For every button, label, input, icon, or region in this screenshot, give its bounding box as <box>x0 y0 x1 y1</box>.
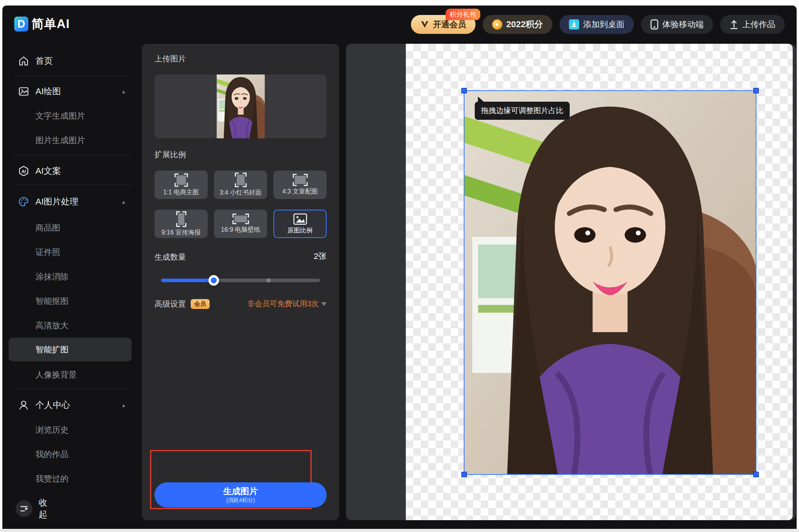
sidebar-item-smart-expand-active[interactable]: 智能扩图 <box>9 338 132 361</box>
count-label: 生成数量 <box>154 252 186 262</box>
download-icon <box>569 19 579 30</box>
ratio-3-4-button[interactable]: 3:4 小红书封面 <box>214 171 267 199</box>
trial-dropdown[interactable]: 非会员可免费试用3次 <box>247 299 327 309</box>
picture-icon <box>18 86 29 97</box>
divider <box>14 154 132 155</box>
topbar: D 简单AI 开通会员 积分礼包 ★ 2022积分 <box>2 6 797 43</box>
chevron-up-icon: ▲ <box>121 402 126 408</box>
screen-bottom-edge <box>0 529 799 532</box>
points-balance-button[interactable]: ★ 2022积分 <box>483 15 552 34</box>
canvas-panel: 拖拽边缘可调整图片占比 <box>346 44 796 520</box>
frame-16-9-icon <box>232 214 249 224</box>
sidebar-item-hd-upscale[interactable]: 高清放大 <box>35 320 69 331</box>
ratio-4-3-button[interactable]: 4:3 文章配图 <box>273 171 327 199</box>
sidebar-item-portrait-background[interactable]: 人像换背景 <box>35 369 77 380</box>
svg-text:AI: AI <box>22 169 26 174</box>
generate-image-button[interactable]: 生成图片 (消耗4积分) <box>154 482 327 508</box>
sidebar-item-browse-history[interactable]: 浏览历史 <box>35 424 69 435</box>
ratio-1-1-button[interactable]: 1:1 电商主图 <box>154 171 208 199</box>
image-selection[interactable]: 拖拽边缘可调整图片占比 <box>464 90 756 475</box>
uploaded-image-preview[interactable] <box>154 74 327 138</box>
topbar-actions: 开通会员 积分礼包 ★ 2022积分 添加到桌面 体验移动端 <box>411 15 785 34</box>
member-badge: 会员 <box>191 299 210 309</box>
slider-thumb[interactable] <box>208 275 219 286</box>
collapse-icon <box>16 500 32 517</box>
sidebar-item-my-likes[interactable]: 我赞过的 <box>35 473 69 484</box>
upload-work-button[interactable]: 上传作品 <box>720 15 785 34</box>
expand-ratio-options: 1:1 电商主图 3:4 小红书封面 4:3 文章配图 9:16 宣传海报 <box>154 171 327 238</box>
chevron-up-icon: ▲ <box>121 199 126 205</box>
ratio-9-16-button[interactable]: 9:16 宣传海报 <box>154 210 208 238</box>
points-gift-badge: 积分礼包 <box>446 9 480 20</box>
logo-text: 简单AI <box>32 16 70 32</box>
home-icon <box>18 56 29 67</box>
add-to-desktop-button[interactable]: 添加到桌面 <box>559 15 634 34</box>
palette-icon <box>18 196 29 207</box>
divider <box>14 75 132 76</box>
ai-hexagon-icon: AI <box>18 166 29 177</box>
divider <box>14 184 132 185</box>
sidebar-group-ai-image-processing[interactable]: AI图片处理 ▲ <box>2 193 142 210</box>
resize-handle-bottom-left[interactable] <box>461 472 467 477</box>
resize-handle-bottom-right[interactable] <box>753 472 759 477</box>
advanced-settings-label: 高级设置 <box>154 299 186 309</box>
sidebar-item-image-to-image[interactable]: 图片生成图片 <box>35 135 85 146</box>
count-slider[interactable] <box>161 275 320 286</box>
ratio-section-label: 扩展比例 <box>154 149 186 160</box>
slider-fill <box>161 279 214 282</box>
sidebar-item-text-to-image[interactable]: 文字生成图片 <box>35 110 85 121</box>
sidebar-item-smart-cutout[interactable]: 智能抠图 <box>35 296 69 307</box>
upload-icon <box>730 20 738 29</box>
sidebar: 首页 AI绘图 ▲ 文字生成图片 图片生成图片 AI AI文案 <box>2 43 142 529</box>
chevron-down-icon <box>321 302 327 306</box>
canvas-photo <box>465 91 756 474</box>
app-logo[interactable]: D 简单AI <box>14 16 70 32</box>
frame-4-3-icon <box>293 174 308 186</box>
ratio-16-9-button[interactable]: 16:9 电脑壁纸 <box>214 210 267 238</box>
sidebar-item-id-photo[interactable]: 证件照 <box>35 247 60 258</box>
coin-icon: ★ <box>492 19 502 30</box>
logo-icon: D <box>14 17 28 32</box>
sidebar-item-my-works[interactable]: 我的作品 <box>35 449 69 460</box>
sidebar-item-product-image[interactable]: 商品图 <box>35 222 60 233</box>
screen: D 简单AI 开通会员 积分礼包 ★ 2022积分 <box>0 0 799 532</box>
ratio-original-button[interactable]: 原图比例 <box>273 210 327 238</box>
frame-9-16-icon <box>176 211 186 227</box>
vip-v-icon <box>420 20 429 28</box>
resize-handle-top-right[interactable] <box>753 88 759 93</box>
uploaded-photo-thumbnail <box>217 74 265 138</box>
person-icon <box>18 400 29 411</box>
sidebar-group-personal-center[interactable]: 个人中心 ▲ <box>2 396 142 414</box>
frame-1-1-icon <box>175 173 188 187</box>
settings-panel: 上传图片 扩展比例 1:1 电商主图 3:4 小红书封面 <box>142 44 339 520</box>
phone-icon <box>650 19 658 30</box>
original-ratio-image-icon <box>293 213 307 225</box>
count-value: 2张 <box>314 251 327 262</box>
divider <box>14 389 132 389</box>
frame-3-4-icon <box>235 173 247 187</box>
try-mobile-button[interactable]: 体验移动端 <box>641 15 713 34</box>
transparency-checkerboard[interactable]: 拖拽边缘可调整图片占比 <box>406 44 793 520</box>
upload-section-label: 上传图片 <box>154 54 186 64</box>
chevron-up-icon: ▲ <box>121 89 126 95</box>
sidebar-item-home[interactable]: 首页 <box>2 52 142 70</box>
sidebar-group-ai-copywriting[interactable]: AI AI文案 <box>2 162 142 180</box>
resize-handle-top-left[interactable] <box>461 88 467 93</box>
advanced-settings-row: 高级设置 会员 非会员可免费试用3次 <box>154 298 327 310</box>
vip-button-wrap: 开通会员 积分礼包 <box>411 15 476 34</box>
sidebar-group-ai-draw[interactable]: AI绘图 ▲ <box>2 83 142 100</box>
sidebar-item-smear-erase[interactable]: 涂抹消除 <box>35 271 69 282</box>
drag-edge-tooltip: 拖拽边缘可调整图片占比 <box>475 102 570 120</box>
